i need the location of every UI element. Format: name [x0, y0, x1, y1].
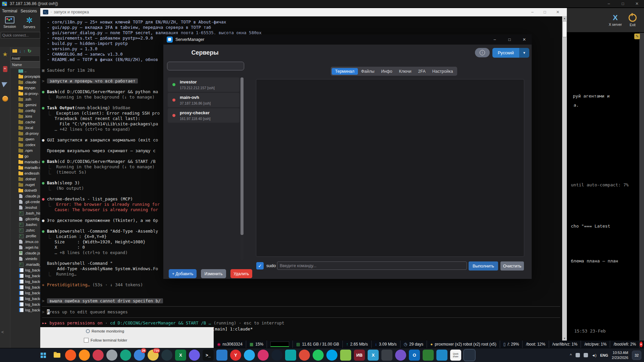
file-tree-item[interactable]: .zshrc	[10, 228, 40, 233]
tray-clock[interactable]: 10:53 AM 2/23/2026	[612, 350, 628, 360]
quick-share[interactable]: Quick share	[450, 350, 461, 361]
file-tree-item[interactable]: .dotnet	[10, 176, 40, 182]
app-pink[interactable]	[258, 350, 269, 361]
server-list-item[interactable]: proxy-checker161.97.118.40 [ssh]	[168, 108, 239, 123]
delete-server-button[interactable]: Удалить	[230, 269, 253, 278]
refresh-icon[interactable]: ↻	[28, 48, 32, 54]
sudo-checkbox[interactable]: ✓	[256, 262, 264, 269]
tab-Ключи[interactable]: Ключи	[395, 68, 415, 75]
remote-monitoring-label[interactable]: Remote monitoring	[92, 329, 124, 333]
app-purple[interactable]	[189, 350, 200, 361]
tray-battery-icon[interactable]	[584, 353, 588, 357]
app-teal[interactable]	[285, 350, 296, 361]
photos-app[interactable]	[436, 350, 447, 361]
file-tree-item[interactable]: myvpn	[10, 85, 40, 91]
file-tree-item[interactable]: .claude.js	[10, 193, 40, 199]
file-tree-item[interactable]: .viminfo	[10, 256, 40, 262]
upload-icon[interactable]: ↑	[23, 49, 26, 54]
file-tree-item[interactable]: log_backu	[10, 285, 40, 290]
file-tree-item[interactable]: log_backu	[10, 273, 40, 279]
server-list-item[interactable]: main-ovh37.187.136.86 [ssh]	[168, 93, 239, 107]
os-minimize-button[interactable]: –	[602, 0, 616, 7]
scroll-down-icon[interactable]: ▼	[562, 337, 567, 341]
chrome-canary[interactable]: 715	[148, 350, 159, 361]
os-close-button[interactable]: ✕	[630, 0, 644, 7]
file-tree-item[interactable]: .git-crede	[10, 199, 40, 205]
scroll-up-icon[interactable]: ▲	[562, 16, 567, 20]
exit-button[interactable]: Exit	[629, 14, 637, 27]
file-tree-item[interactable]: mariadb-c	[10, 165, 40, 171]
sm-titlebar[interactable]: ServerManager – □ ✕	[163, 35, 532, 45]
favorites-tab[interactable]: ★	[0, 47, 10, 62]
monitor-close-button[interactable]: ✕	[640, 342, 642, 347]
file-tree-item[interactable]: endlessh	[10, 171, 40, 176]
opera-browser[interactable]	[93, 350, 104, 361]
servers-button[interactable]: Servers	[20, 15, 38, 30]
right-scrollbar[interactable]	[639, 33, 644, 341]
follow-folder-checkbox[interactable]	[84, 338, 89, 343]
file-tree-item[interactable]: .profile	[10, 233, 40, 239]
clear-button[interactable]: Очистить	[500, 261, 524, 270]
firefox-browser[interactable]	[79, 350, 90, 361]
pencil-icon[interactable]: ✎	[634, 34, 640, 39]
tray-speaker-icon[interactable]: ◄)	[592, 353, 597, 357]
file-tree-item[interactable]: .config	[10, 108, 40, 114]
sidebar-scroll-left[interactable]: <	[1, 329, 4, 335]
active-app[interactable]	[464, 350, 475, 361]
server-list-scrollbar[interactable]	[240, 77, 244, 260]
menu-terminal[interactable]: Terminal	[2, 9, 17, 13]
file-tree-item[interactable]: .qwen	[10, 136, 40, 142]
file-tree-item[interactable]: ai-proxy-	[10, 91, 40, 97]
tab-2FA[interactable]: 2FA	[415, 68, 429, 75]
steam[interactable]	[271, 350, 282, 361]
file-tree-item[interactable]: go	[10, 154, 40, 159]
file-tree-item[interactable]: .gemini	[10, 102, 40, 108]
add-server-button[interactable]: + Добавить	[169, 269, 197, 278]
file-tree-item[interactable]: .codex	[10, 142, 40, 148]
command-input[interactable]	[277, 261, 467, 270]
sm-close-button[interactable]: ✕	[517, 35, 532, 45]
run-command-button[interactable]: Выполнить	[469, 261, 498, 270]
app-dark[interactable]	[381, 350, 392, 361]
tray-chevron-up-icon[interactable]: ^	[570, 353, 572, 358]
file-tree-item[interactable]: .di-proxy	[10, 131, 40, 136]
about-button[interactable]: i	[475, 48, 490, 57]
macros-tab[interactable]	[0, 76, 10, 91]
file-tree-item[interactable]: log_backu	[10, 279, 40, 285]
chrome-browser[interactable]: 26	[134, 350, 145, 361]
file-tree-item[interactable]: .bash_his	[10, 210, 40, 216]
file-explorer[interactable]	[51, 350, 62, 361]
file-tree-item[interactable]: .bashrc	[10, 222, 40, 228]
whatsapp[interactable]	[313, 350, 324, 361]
tab-Терминал[interactable]: Терминал	[332, 68, 358, 75]
terminal-minimize-button[interactable]: –	[531, 10, 534, 14]
app-gray[interactable]	[106, 350, 117, 361]
notepad-plus[interactable]	[340, 350, 351, 361]
file-tree-item[interactable]: mariadb-i	[10, 159, 40, 165]
file-tree-item[interactable]: .claude.js	[10, 250, 40, 256]
tray-language[interactable]: ENG	[600, 353, 608, 357]
scrollbar-thumb[interactable]	[562, 21, 567, 37]
vscode[interactable]	[216, 350, 227, 361]
file-tree-item[interactable]: .mariadb_	[10, 262, 40, 267]
file-tree-item[interactable]: .tmux.co	[10, 239, 40, 245]
terminal-close-button[interactable]: ✕	[556, 10, 559, 14]
server-scrollbar-thumb[interactable]	[240, 77, 244, 235]
google-app[interactable]	[299, 350, 310, 361]
file-tree-item[interactable]: .nuget	[10, 182, 40, 188]
file-tree-item[interactable]: log_backu	[10, 267, 40, 273]
tools-tab[interactable]	[0, 62, 10, 76]
outlook[interactable]: O	[409, 350, 420, 361]
session-button[interactable]: Session	[1, 15, 19, 30]
skype[interactable]	[326, 350, 337, 361]
file-tree-item[interactable]: log_backu	[10, 307, 40, 313]
obs-studio[interactable]	[161, 350, 172, 361]
terminal-maximize-button[interactable]: □	[544, 10, 546, 14]
server-list-item[interactable]: investor173.212.212.157 [ssh]	[168, 77, 239, 92]
terminal-app[interactable]: >_	[203, 350, 214, 361]
sm-minimize-button[interactable]: –	[487, 35, 502, 45]
edit-server-button[interactable]: Изменить	[201, 269, 226, 278]
file-tree-item[interactable]: .claude	[10, 79, 40, 85]
keepass[interactable]	[423, 350, 434, 361]
file-tree-item[interactable]: .ssh	[10, 97, 40, 102]
